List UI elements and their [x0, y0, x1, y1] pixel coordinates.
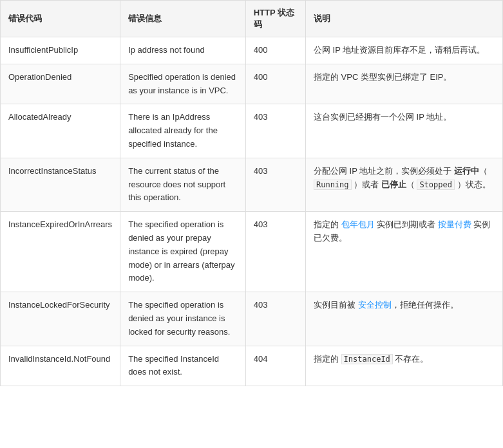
- description-cell: 指定的 包年包月 实例已到期或者 按量付费 实例已欠费。: [305, 212, 502, 292]
- description-cell: 这台实例已经拥有一个公网 IP 地址。: [305, 104, 502, 158]
- table-row: InstanceExpiredOrInArrearsThe specified …: [1, 212, 503, 292]
- error-code-cell: IncorrectInstanceStatus: [1, 158, 120, 211]
- error-message-cell: The current status of the resource does …: [120, 158, 246, 211]
- description-cell: 指定的 VPC 类型实例已绑定了 EIP。: [305, 64, 502, 104]
- error-message-cell: The specified operation is denied as you…: [120, 292, 246, 346]
- error-code-cell: OperationDenied: [1, 64, 120, 104]
- table-row: InstanceLockedForSecurityThe specified o…: [1, 292, 503, 346]
- http-status-cell: 400: [245, 37, 305, 64]
- table-row: InvalidInstanceId.NotFoundThe specified …: [1, 346, 503, 386]
- error-code-cell: InsufficientPublicIp: [1, 37, 120, 64]
- http-status-cell: 403: [245, 292, 305, 346]
- error-code-cell: InstanceExpiredOrInArrears: [1, 212, 120, 292]
- error-message-cell: Specified operation is denied as your in…: [120, 64, 246, 104]
- description-cell: 实例目前被 安全控制，拒绝任何操作。: [305, 292, 502, 346]
- error-code-cell: AllocatedAlready: [1, 104, 120, 158]
- description-cell: 公网 IP 地址资源目前库存不足，请稍后再试。: [305, 37, 502, 64]
- error-code-cell: InstanceLockedForSecurity: [1, 292, 120, 346]
- error-message-cell: The specified operation is denied as you…: [120, 212, 246, 292]
- http-status-cell: 404: [245, 346, 305, 386]
- header-code: 错误代码: [1, 1, 120, 37]
- http-status-cell: 403: [245, 158, 305, 211]
- error-table: 错误代码 错误信息 HTTP 状态码 说明 InsufficientPublic…: [0, 0, 503, 386]
- error-message-cell: Ip address not found: [120, 37, 246, 64]
- http-status-cell: 403: [245, 212, 305, 292]
- table-row: OperationDeniedSpecified operation is de…: [1, 64, 503, 104]
- table-row: AllocatedAlreadyThere is an IpAddress al…: [1, 104, 503, 158]
- desc-link[interactable]: 安全控制: [358, 300, 392, 310]
- table-row: IncorrectInstanceStatusThe current statu…: [1, 158, 503, 211]
- http-status-cell: 400: [245, 64, 305, 104]
- error-message-cell: There is an IpAddress allocated already …: [120, 104, 246, 158]
- description-cell: 指定的 InstanceId 不存在。: [305, 346, 502, 386]
- header-message: 错误信息: [120, 1, 246, 37]
- error-code-cell: InvalidInstanceId.NotFound: [1, 346, 120, 386]
- header-desc: 说明: [305, 1, 502, 37]
- desc-link[interactable]: 按量付费: [438, 219, 471, 229]
- http-status-cell: 403: [245, 104, 305, 158]
- header-http: HTTP 状态码: [245, 1, 305, 37]
- desc-link[interactable]: 包年包月: [341, 219, 375, 229]
- error-message-cell: The specified InstanceId does not exist.: [120, 346, 246, 386]
- description-cell: 分配公网 IP 地址之前，实例必须处于 运行中（ Running ）或者 已停止…: [305, 158, 502, 211]
- table-row: InsufficientPublicIpIp address not found…: [1, 37, 503, 64]
